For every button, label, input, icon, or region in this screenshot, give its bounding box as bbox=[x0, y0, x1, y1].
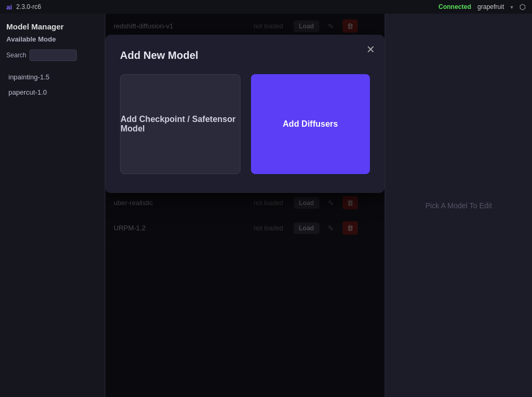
device-name: grapefruit bbox=[477, 3, 504, 11]
modal-options: Add Checkpoint / Safetensor Model Add Di… bbox=[120, 74, 370, 174]
sidebar: Model Manager Available Mode Search inpa… bbox=[0, 14, 105, 397]
modal-overlay: Add New Model ✕ Add Checkpoint / Safeten… bbox=[105, 14, 385, 397]
sidebar-item-inpainting[interactable]: inpainting-1.5 bbox=[6, 69, 98, 85]
topbar-right: Connected grapefruit ▾ ⬡ bbox=[438, 3, 526, 11]
search-input[interactable] bbox=[29, 49, 77, 61]
search-label: Search bbox=[6, 52, 26, 59]
sidebar-item-papercut[interactable]: papercut-1.0 bbox=[6, 85, 98, 100]
diffusers-option-label: Add Diffusers bbox=[283, 119, 338, 129]
content-area: redshift-diffusion-v1 not loaded Load ✎ … bbox=[105, 14, 385, 397]
settings-icon[interactable]: ⬡ bbox=[519, 3, 526, 11]
modal-title: Add New Model bbox=[120, 49, 370, 62]
add-model-modal: Add New Model ✕ Add Checkpoint / Safeten… bbox=[105, 35, 385, 193]
modal-close-button[interactable]: ✕ bbox=[366, 44, 375, 55]
pick-model-label: Pick A Model To Edit bbox=[425, 201, 492, 210]
app-version: 2.3.0-rc6 bbox=[16, 3, 41, 11]
topbar: ai 2.3.0-rc6 Connected grapefruit ▾ ⬡ bbox=[0, 0, 532, 14]
app-logo: ai bbox=[6, 3, 12, 11]
search-row: Search bbox=[6, 49, 98, 61]
add-diffusers-option[interactable]: Add Diffusers bbox=[251, 74, 370, 174]
checkpoint-option-label: Add Checkpoint / Safetensor Model bbox=[121, 115, 240, 134]
main-layout: Model Manager Available Mode Search inpa… bbox=[0, 14, 532, 397]
right-panel: Pick A Model To Edit bbox=[385, 14, 532, 397]
chevron-down-icon[interactable]: ▾ bbox=[510, 4, 513, 10]
topbar-left: ai 2.3.0-rc6 bbox=[6, 3, 41, 11]
connection-status: Connected bbox=[438, 3, 471, 11]
sidebar-title: Model Manager bbox=[6, 22, 98, 31]
add-checkpoint-option[interactable]: Add Checkpoint / Safetensor Model bbox=[120, 74, 240, 174]
sidebar-subtitle: Available Mode bbox=[6, 35, 98, 43]
